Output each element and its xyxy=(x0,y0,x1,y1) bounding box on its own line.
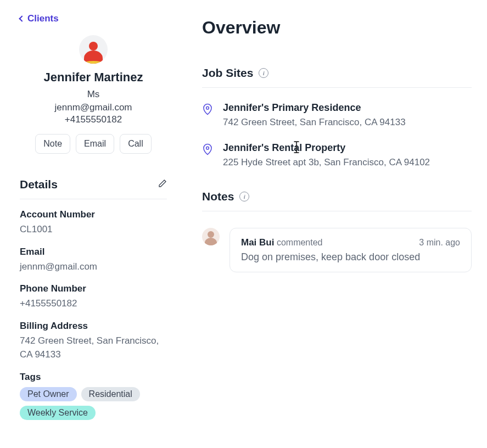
client-name: Jennifer Martinez xyxy=(20,70,167,85)
detail-billing: Billing Address 742 Green Street, San Fr… xyxy=(20,321,167,362)
email-button[interactable]: Email xyxy=(76,134,114,154)
note-card[interactable]: Mai Bui commented 3 min. ago Dog on prem… xyxy=(229,228,472,272)
note-button[interactable]: Note xyxy=(35,134,70,154)
info-icon[interactable]: i xyxy=(239,192,249,201)
email-value: jennm@gmail.com xyxy=(20,260,167,274)
tags-label: Tags xyxy=(20,372,167,383)
site-address: 225 Hyde Street apt 3b, San Francisco, C… xyxy=(223,157,430,168)
details-heading: Details xyxy=(20,178,58,191)
client-phone: +4155550182 xyxy=(20,114,167,125)
pin-icon xyxy=(202,143,213,168)
tag[interactable]: Residential xyxy=(81,387,140,401)
detail-phone: Phone Number +4155550182 xyxy=(20,283,167,311)
client-title: Ms xyxy=(20,89,167,100)
note-header: Mai Bui commented 3 min. ago xyxy=(241,237,460,248)
overview-title: Overview xyxy=(202,18,472,38)
phone-label: Phone Number xyxy=(20,283,167,294)
info-icon[interactable]: i xyxy=(259,68,268,78)
detail-email: Email jennm@gmail.com xyxy=(20,247,167,274)
detail-account: Account Number CL1001 xyxy=(20,209,167,237)
back-label: Clients xyxy=(27,13,59,24)
job-site-item[interactable]: Jennifer's Rental Property 225 Hyde Stre… xyxy=(202,142,472,168)
account-label: Account Number xyxy=(20,209,167,220)
client-sidebar: Clients Jennifer Martinez Ms jennm@gmail… xyxy=(0,0,187,448)
job-sites-heading: Job Sites xyxy=(202,66,253,80)
phone-value: +4155550182 xyxy=(20,296,167,311)
tag[interactable]: Weekly Service xyxy=(20,406,96,420)
email-label: Email xyxy=(20,247,167,257)
client-email: jennm@gmail.com xyxy=(20,102,167,113)
client-avatar xyxy=(79,35,108,64)
site-address: 742 Green Street, San Francisco, CA 9413… xyxy=(223,117,406,128)
note-action: commented xyxy=(277,238,323,247)
action-buttons: Note Email Call xyxy=(20,134,167,154)
billing-value: 742 Green Street, San Francisco, CA 9413… xyxy=(20,334,167,362)
billing-label: Billing Address xyxy=(20,321,167,332)
main-panel: Overview Job Sites i Jennifer's Primary … xyxy=(187,0,487,448)
note-author-avatar xyxy=(202,228,220,245)
profile-section: Jennifer Martinez Ms jennm@gmail.com +41… xyxy=(20,35,167,154)
pin-icon xyxy=(202,103,213,128)
svg-point-0 xyxy=(206,107,209,109)
account-value: CL1001 xyxy=(20,222,167,237)
call-button[interactable]: Call xyxy=(120,134,152,154)
svg-point-1 xyxy=(206,147,209,149)
details-header: Details xyxy=(20,178,167,199)
note-body: Dog on premises, keep back door closed xyxy=(241,251,460,263)
site-name: Jennifer's Primary Residence xyxy=(223,102,406,114)
note-time: 3 min. ago xyxy=(419,238,460,248)
job-sites-header: Job Sites i xyxy=(202,66,472,88)
back-to-clients[interactable]: Clients xyxy=(20,13,59,24)
chevron-left-icon xyxy=(19,15,25,21)
tag[interactable]: Pet Owner xyxy=(20,387,77,401)
job-site-item[interactable]: Jennifer's Primary Residence 742 Green S… xyxy=(202,102,472,128)
edit-icon[interactable] xyxy=(158,179,167,190)
site-name: Jennifer's Rental Property xyxy=(223,142,430,154)
note-author: Mai Bui xyxy=(241,237,274,248)
detail-tags: Tags Pet Owner Residential Weekly Servic… xyxy=(20,372,167,420)
notes-heading: Notes xyxy=(202,190,234,203)
note-item: Mai Bui commented 3 min. ago Dog on prem… xyxy=(202,228,472,272)
tags-list: Pet Owner Residential Weekly Service xyxy=(20,387,167,420)
notes-header: Notes i xyxy=(202,190,472,211)
